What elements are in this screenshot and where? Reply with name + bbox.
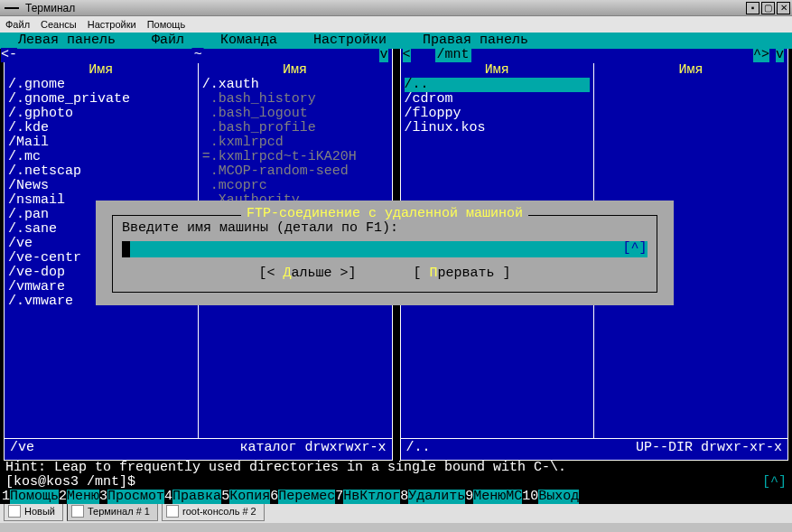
- fkey-label[interactable]: Перемес: [278, 490, 335, 504]
- fkey-label[interactable]: МенюMC: [473, 490, 522, 504]
- left-panel-leftmark: <-: [1, 48, 17, 62]
- file-entry[interactable]: /.mc: [8, 150, 194, 164]
- fkey-number: 10: [522, 490, 538, 504]
- mc-menu-right-panel[interactable]: Правая панель: [408, 33, 550, 49]
- fkey-number: 2: [59, 490, 67, 504]
- fkey-number: 8: [400, 490, 408, 504]
- fkey-label[interactable]: Выход: [538, 490, 579, 504]
- mc-menu-left-panel[interactable]: Левая панель: [4, 33, 137, 49]
- fkey-number: 6: [270, 490, 278, 504]
- document-icon: [8, 505, 21, 518]
- file-entry[interactable]: /.gnome_private: [8, 92, 194, 107]
- mc-menu-command[interactable]: Команда: [206, 33, 299, 49]
- left-panel-scroll-indicator: v: [379, 48, 387, 62]
- file-entry[interactable]: /.kde: [8, 121, 194, 135]
- column-header-name: Имя: [405, 63, 591, 78]
- window-close-button[interactable]: ✕: [777, 2, 790, 14]
- mc-menu-options[interactable]: Настройки: [299, 33, 408, 49]
- ftp-host-input[interactable]: [122, 241, 622, 257]
- ftp-dialog-prompt: Введите имя машины (детали по F1):: [122, 221, 648, 236]
- file-entry[interactable]: /.gphoto: [8, 107, 194, 121]
- right-footer-name: /..: [406, 441, 431, 456]
- file-entry[interactable]: /linux.kos: [405, 121, 591, 135]
- window-title: Терминал: [25, 2, 75, 14]
- ftp-ok-button[interactable]: [< Дальше >]: [258, 266, 356, 281]
- mc-area: Левая панель Файл Команда Настройки Прав…: [0, 33, 792, 499]
- right-panel-footer: /.. UP--DIR drwxr-xr-x: [401, 438, 788, 458]
- prompt-text: [kos@kos3 /mnt]$: [5, 475, 135, 490]
- svg-rect-0: [5, 7, 19, 9]
- file-entry[interactable]: /cdrom: [405, 92, 591, 107]
- text-cursor: [122, 241, 130, 257]
- file-entry[interactable]: .bash_history: [202, 92, 388, 107]
- window-iconify-button[interactable]: ▪: [746, 2, 759, 14]
- window-titlebar: Терминал ▪ ▢ ✕: [0, 0, 792, 16]
- ftp-dialog: FTP-соединение с удаленной машиной Введи…: [96, 201, 674, 305]
- fkey-number: 4: [164, 490, 172, 504]
- ftp-cancel-button[interactable]: [ Прервать ]: [414, 266, 511, 281]
- left-panel-footer: /ve каталог drwxrwxr-x: [5, 438, 392, 458]
- file-entry[interactable]: .bash_profile: [202, 121, 388, 135]
- function-key-bar: 1Помощь 2Меню 3Просмот4Правка 5Копия 6Пе…: [0, 490, 792, 504]
- app-menubar: Файл Сеансы Настройки Помощь: [0, 16, 792, 33]
- file-entry[interactable]: .MCOP-random-seed: [202, 164, 388, 179]
- window-appmenu-icon[interactable]: [2, 2, 22, 14]
- menu-settings[interactable]: Настройки: [88, 19, 136, 30]
- fkey-number: 7: [335, 490, 343, 504]
- window-maximize-button[interactable]: ▢: [761, 2, 775, 14]
- fkey-number: 9: [465, 490, 473, 504]
- right-panel-left-arrow[interactable]: <: [403, 48, 411, 62]
- file-entry[interactable]: /.xauth: [202, 78, 388, 92]
- terminal-icon: [166, 505, 179, 518]
- tab-root-2[interactable]: root-консоль # 2: [162, 501, 265, 521]
- column-header-name: Имя: [202, 63, 388, 78]
- column-header-name: Имя: [598, 63, 784, 78]
- right-footer-perms: UP--DIR drwxr-xr-x: [636, 441, 782, 456]
- fkey-label[interactable]: Копия: [229, 490, 270, 504]
- fkey-label[interactable]: Удалить: [408, 490, 465, 504]
- file-entry[interactable]: .kxmlrpcd: [202, 135, 388, 150]
- menu-sessions[interactable]: Сеансы: [41, 19, 77, 30]
- file-entry[interactable]: /News: [8, 179, 194, 193]
- mc-menubar: Левая панель Файл Команда Настройки Прав…: [0, 33, 792, 49]
- file-entry[interactable]: =.kxmlrpcd~t-iKA20H: [202, 150, 388, 164]
- left-footer-name: /ve: [10, 441, 34, 456]
- terminal-icon: [71, 505, 84, 518]
- shell-prompt[interactable]: [kos@kos3 /mnt]$ [^]: [0, 475, 792, 490]
- ftp-history-button[interactable]: [^]: [622, 241, 648, 257]
- menu-help[interactable]: Помощь: [147, 19, 186, 30]
- file-entry[interactable]: .bash_logout: [202, 107, 388, 121]
- file-entry[interactable]: /.netscap: [8, 164, 194, 179]
- fkey-label[interactable]: НвКтлог: [343, 490, 400, 504]
- fkey-number: 1: [2, 490, 10, 504]
- left-panel-path: ~: [192, 48, 204, 62]
- menu-file[interactable]: Файл: [5, 19, 30, 30]
- right-panel-scroll-indicator: v: [776, 48, 784, 62]
- fkey-label[interactable]: Просмот: [107, 490, 164, 504]
- left-footer-perms: каталог drwxrwxr-x: [239, 441, 386, 456]
- tab-terminal-1[interactable]: Терминал # 1: [67, 501, 158, 521]
- fkey-label[interactable]: Меню: [67, 490, 99, 504]
- hint-line: Hint: Leap to frequently used directorie…: [0, 461, 792, 475]
- right-panel-path: /mnt: [435, 48, 471, 62]
- fkey-number: 3: [99, 490, 107, 504]
- file-entry[interactable]: .mcoprc: [202, 179, 388, 193]
- prompt-history-button[interactable]: [^]: [762, 475, 787, 490]
- file-entry[interactable]: /..: [405, 78, 591, 92]
- fkey-number: 5: [221, 490, 229, 504]
- column-header-name: Имя: [8, 63, 194, 78]
- file-entry[interactable]: /.gnome: [8, 78, 194, 92]
- fkey-label[interactable]: Правка: [172, 490, 221, 504]
- right-panel-right-arrows[interactable]: ^>: [753, 48, 769, 62]
- new-tab-button[interactable]: Новый: [4, 501, 63, 521]
- file-entry[interactable]: /Mail: [8, 135, 194, 150]
- ftp-dialog-title: FTP-соединение с удаленной машиной: [241, 207, 528, 221]
- fkey-label[interactable]: Помощь: [10, 490, 59, 504]
- file-entry[interactable]: /floppy: [405, 107, 591, 121]
